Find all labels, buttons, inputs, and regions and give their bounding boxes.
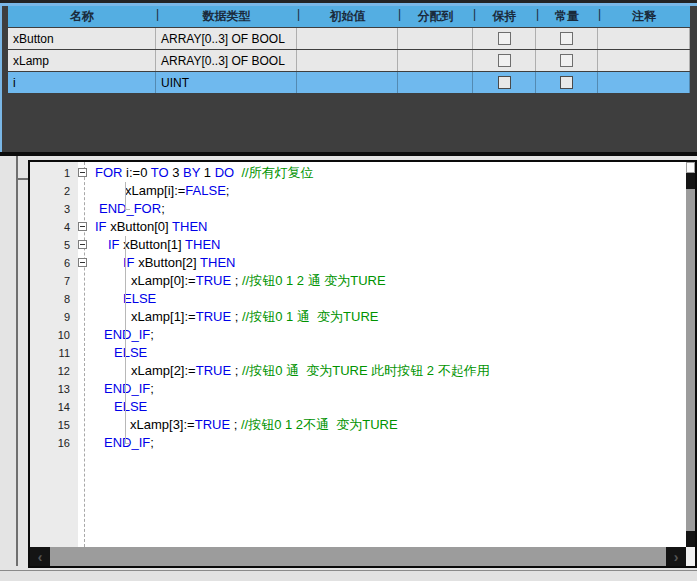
code-token-cm: //按钮0 1 2不通 变为TURE <box>241 417 398 432</box>
constant-cell <box>536 72 598 93</box>
fold-margin-cell <box>74 380 95 398</box>
line-number: 11 <box>30 344 74 362</box>
code-token-pl: xLamp[2]:= <box>131 363 196 378</box>
data-type-cell[interactable]: UINT <box>156 72 297 93</box>
line-number: 7 <box>30 272 74 290</box>
code-text: IF xButton[0] THEN <box>95 218 207 236</box>
code-token-kw: TRUE <box>195 417 230 432</box>
variable-row[interactable]: xButtonARRAY[0..3] OF BOOL <box>8 28 690 49</box>
line-number: 16 <box>30 434 74 452</box>
constant-cell <box>536 50 598 71</box>
code-token-pl: xLamp[1]:= <box>131 309 196 324</box>
code-token-kw: ELSE <box>114 399 147 414</box>
comment-cell[interactable] <box>598 50 690 71</box>
line-number: 9 <box>30 308 74 326</box>
code-editor-surface[interactable]: 1FOR i:=0 TO 3 BY 1 DO //所有灯复位2xLamp[i]:… <box>30 162 695 566</box>
fold-margin-cell <box>74 254 95 272</box>
code-token-pl: xLamp[0]:= <box>131 273 196 288</box>
var-name-cell[interactable]: i <box>8 72 156 93</box>
retain-checkbox[interactable] <box>498 32 511 45</box>
initial-value-cell[interactable] <box>297 28 398 49</box>
code-token-kw: END_FOR <box>99 201 161 216</box>
var-name-cell[interactable]: xLamp <box>8 50 156 71</box>
fold-collapse-icon[interactable] <box>78 240 87 249</box>
code-token-pl: ; <box>150 381 154 396</box>
assigned-to-cell[interactable] <box>398 28 473 49</box>
scroll-left-icon[interactable]: ‹ <box>30 547 50 566</box>
horizontal-scrollbar-thumb[interactable] <box>50 547 666 566</box>
code-token-kw: THEN <box>185 237 220 252</box>
initial-value-cell[interactable] <box>297 50 398 71</box>
retain-cell <box>473 50 536 71</box>
constant-checkbox[interactable] <box>560 54 573 67</box>
fold-margin-cell <box>74 416 95 434</box>
var-name-cell[interactable]: xButton <box>8 28 156 49</box>
column-separator: | <box>156 7 159 21</box>
scroll-right-icon[interactable]: › <box>666 547 686 566</box>
fold-collapse-icon[interactable] <box>78 222 87 231</box>
retain-checkbox[interactable] <box>498 54 511 67</box>
code-token-pl: ; <box>231 363 242 378</box>
fold-margin-cell <box>74 200 95 218</box>
code-text: IF xButton[2] THEN <box>95 254 235 272</box>
code-token-pl: ; <box>161 201 165 216</box>
code-text: IF xButton[1] THEN <box>95 236 220 254</box>
fold-margin-cell <box>74 164 95 182</box>
line-number: 2 <box>30 182 74 200</box>
column-header-constant: |常量 <box>536 6 598 27</box>
data-type-cell[interactable]: ARRAY[0..3] OF BOOL <box>156 28 297 49</box>
retain-cell <box>473 28 536 49</box>
fold-collapse-icon[interactable] <box>78 258 87 267</box>
horizontal-scrollbar[interactable]: ‹ › <box>30 547 686 566</box>
code-token-kw: TRUE <box>196 273 231 288</box>
column-header-label: 注释 <box>632 8 656 25</box>
assigned-to-cell[interactable] <box>398 72 473 93</box>
code-text: ELSE <box>95 344 147 362</box>
assigned-to-cell[interactable] <box>398 50 473 71</box>
line-number: 3 <box>30 200 74 218</box>
code-token-kw: FOR <box>95 165 122 180</box>
code-token-kw: THEN <box>172 219 207 234</box>
bottom-status-strip <box>0 570 697 581</box>
code-token-kw: DO <box>215 165 235 180</box>
column-separator: | <box>473 7 476 21</box>
code-token-pl: 3 <box>169 165 183 180</box>
column-separator: | <box>398 7 401 21</box>
line-number: 5 <box>30 236 74 254</box>
line-number: 10 <box>30 326 74 344</box>
plc-pou-editor-window: 名称|数据类型|初始值|分配到|保持|常量|注释 xButtonARRAY[0.… <box>0 0 697 581</box>
constant-checkbox[interactable] <box>560 32 573 45</box>
line-number: 1 <box>30 164 74 182</box>
line-number: 15 <box>30 416 74 434</box>
retain-checkbox[interactable] <box>498 76 511 89</box>
column-separator: | <box>598 7 601 21</box>
scrollbar-corner <box>686 547 695 566</box>
left-margin-line <box>16 156 18 566</box>
code-token-pl: ; <box>150 327 154 342</box>
code-token-kw: TO <box>151 165 169 180</box>
vertical-scrollbar[interactable] <box>686 162 695 547</box>
scroll-down-icon[interactable] <box>686 531 695 547</box>
constant-checkbox[interactable] <box>560 76 573 89</box>
fold-margin-cell <box>74 398 95 416</box>
st-code-editor[interactable]: 1FOR i:=0 TO 3 BY 1 DO //所有灯复位2xLamp[i]:… <box>28 160 697 568</box>
comment-cell[interactable] <box>598 28 690 49</box>
splitter-box-icon[interactable] <box>686 162 695 173</box>
code-token-cm: //按钮0 通 变为TURE 此时按钮 2 不起作用 <box>242 363 490 378</box>
code-token-cm: //按钮0 1 通 变为TURE <box>242 309 379 324</box>
fold-collapse-icon[interactable] <box>78 168 87 177</box>
variable-row[interactable]: iUINT <box>8 72 690 93</box>
comment-cell[interactable] <box>598 72 690 93</box>
variable-row[interactable]: xLampARRAY[0..3] OF BOOL <box>8 50 690 71</box>
data-type-cell[interactable]: ARRAY[0..3] OF BOOL <box>156 50 297 71</box>
line-number: 8 <box>30 290 74 308</box>
scroll-up-icon[interactable] <box>686 173 695 189</box>
initial-value-cell[interactable] <box>297 72 398 93</box>
declaration-table-rows: xButtonARRAY[0..3] OF BOOLxLampARRAY[0..… <box>8 28 697 93</box>
code-token-kw: TRUE <box>196 363 231 378</box>
code-text: xLamp[0]:=TRUE ; //按钮0 1 2 通 变为TURE <box>95 272 386 290</box>
fold-margin-cell <box>74 362 95 380</box>
vertical-scrollbar-thumb[interactable] <box>686 189 695 531</box>
declaration-table-header: 名称|数据类型|初始值|分配到|保持|常量|注释 <box>8 6 690 27</box>
column-header-name: 名称 <box>8 6 156 27</box>
